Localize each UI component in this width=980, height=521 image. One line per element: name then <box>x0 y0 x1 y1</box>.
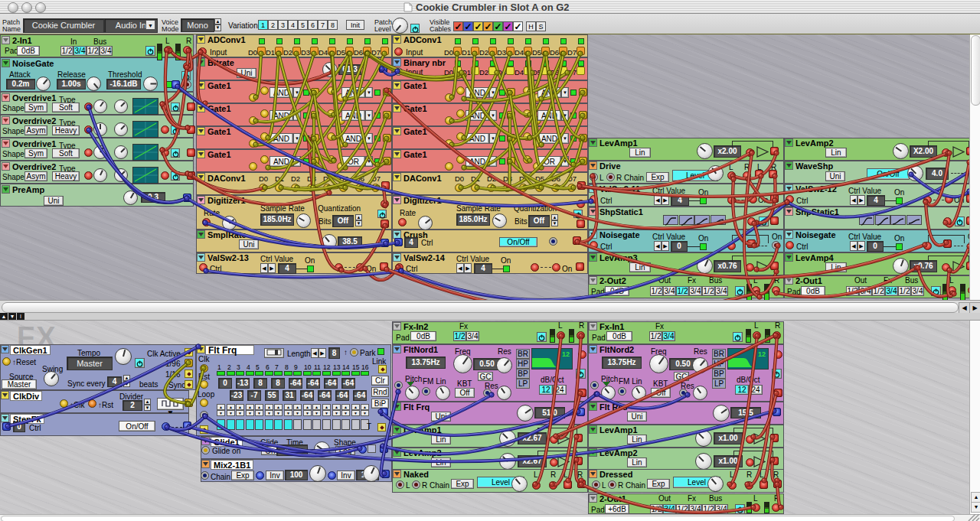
svg-text:12: 12 <box>758 350 766 358</box>
svg-text:12: 12 <box>562 350 570 358</box>
